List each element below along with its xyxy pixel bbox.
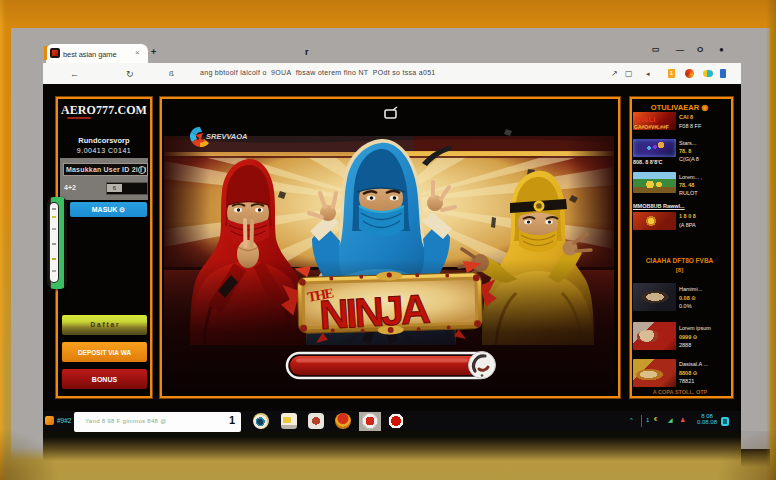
svg-text:SREVVAOA: SREVVAOA (206, 132, 248, 141)
svg-text:NINJA: NINJA (318, 286, 431, 339)
